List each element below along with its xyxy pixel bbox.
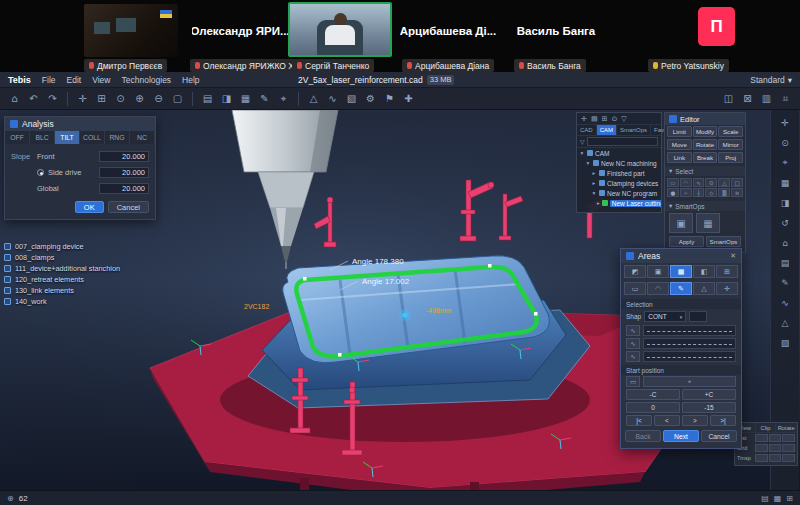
smartops-button[interactable]: SmartOps	[706, 236, 741, 247]
tab-blc[interactable]: BLC	[30, 131, 55, 144]
menu-technologies[interactable]: Technologies	[121, 75, 171, 85]
mirror-button[interactable]: Mirror	[718, 139, 743, 150]
filter-diamond-icon[interactable]: ◇	[705, 188, 717, 197]
menu-file[interactable]: File	[42, 75, 56, 85]
split-view-icon[interactable]: ◨	[218, 91, 235, 107]
filter-icon[interactable]: ▽	[621, 115, 626, 123]
link-button[interactable]: Link	[667, 152, 692, 163]
menu-view[interactable]: View	[92, 75, 110, 85]
hatch-icon[interactable]: ▧	[343, 91, 360, 107]
close-view-icon[interactable]: ⊠	[739, 91, 756, 107]
filter-curve-icon[interactable]: ∿	[693, 178, 705, 187]
move-icon[interactable]: ✛	[581, 115, 587, 123]
first-icon[interactable]: |<	[626, 415, 652, 426]
hash-grid-icon[interactable]: ⌗	[777, 91, 794, 107]
view-toggle[interactable]	[769, 444, 782, 452]
filter-rect-icon[interactable]: ▭	[667, 178, 679, 187]
cancel-button[interactable]: Cancel	[108, 201, 149, 213]
view-toggle[interactable]	[782, 454, 795, 462]
mode-region-icon[interactable]: ▣	[647, 265, 669, 278]
mesh-icon[interactable]: ▦	[237, 91, 254, 107]
tab-tilt[interactable]: TILT	[55, 131, 80, 144]
modify-button[interactable]: Modify	[693, 126, 718, 137]
front-value-field[interactable]: 20.000	[99, 151, 149, 162]
participant-video-dmytro[interactable]	[84, 4, 178, 57]
participant-avatar-petro[interactable]: П	[698, 7, 735, 46]
undo-icon[interactable]: ↶	[25, 91, 42, 107]
break-button[interactable]: Break	[693, 152, 718, 163]
tree-node-finished-part[interactable]: ▸Finished part	[577, 168, 661, 178]
list-item[interactable]: 140_work	[4, 297, 120, 306]
grid-icon[interactable]: ⊞	[93, 91, 110, 107]
flag-icon[interactable]: ⚑	[381, 91, 398, 107]
checkbox-icon[interactable]	[4, 254, 11, 261]
filter-wave-icon[interactable]: ≋	[731, 188, 743, 197]
tab-nc[interactable]: NC	[130, 131, 155, 144]
shape-option-box[interactable]	[689, 311, 707, 322]
checkbox-icon[interactable]	[4, 298, 11, 305]
zoom-icon[interactable]: ⊙	[112, 91, 129, 107]
tab-rng[interactable]: RNG	[105, 131, 130, 144]
contour-icon[interactable]: ∿	[626, 338, 640, 349]
filter-line-icon[interactable]: ─	[680, 188, 692, 197]
contour-field[interactable]	[643, 338, 736, 349]
prev-icon[interactable]: <	[654, 415, 680, 426]
filter-square-icon[interactable]: □	[731, 178, 743, 187]
tree-node-laser-job-selected[interactable]: ▸New Laser cutting NC Job	[577, 198, 661, 208]
edit-icon[interactable]: ✎	[776, 275, 794, 290]
home-icon[interactable]: ⌂	[776, 235, 794, 250]
mode-mesh-icon[interactable]: ▦	[670, 265, 692, 278]
search-icon[interactable]: ⊙	[611, 115, 617, 123]
project-button[interactable]: Proj	[718, 152, 743, 163]
ok-button[interactable]: OK	[75, 201, 104, 213]
scale-button[interactable]: Scale	[718, 126, 743, 137]
layers-icon[interactable]: ▤	[776, 255, 794, 270]
filter-arc-icon[interactable]: ◠	[680, 178, 692, 187]
filter-point-icon[interactable]: ●	[667, 188, 679, 197]
checkbox-icon[interactable]	[4, 287, 11, 294]
cancel-button[interactable]: Cancel	[701, 430, 737, 442]
plus-c-button[interactable]: +C	[682, 389, 736, 400]
expander-icon[interactable]: ▸	[591, 180, 597, 186]
mesh-icon[interactable]: ▦	[776, 175, 794, 190]
grid-icon[interactable]: ⊞	[602, 115, 608, 123]
next-button[interactable]: Next	[663, 430, 699, 442]
filter-cross-icon[interactable]: ┼	[693, 188, 705, 197]
curve-icon[interactable]: ∿	[776, 295, 794, 310]
participant-video-serhii-active[interactable]	[288, 2, 392, 57]
view-toggle[interactable]	[769, 434, 782, 442]
rotate-button[interactable]: Rotate	[693, 139, 718, 150]
last-icon[interactable]: >|	[710, 415, 736, 426]
list-icon[interactable]: ▤	[761, 494, 769, 503]
analysis-titlebar[interactable]: Analysis	[5, 117, 155, 131]
expander-icon[interactable]: ▾	[585, 160, 591, 166]
areas-titlebar[interactable]: Areas ✕	[621, 249, 741, 263]
filter-input[interactable]	[587, 137, 658, 146]
layers-icon[interactable]: ▤	[199, 91, 216, 107]
home-icon[interactable]: ⌂	[6, 91, 23, 107]
view-toggle[interactable]	[769, 454, 782, 462]
mode-arc-icon[interactable]: ◠	[647, 282, 669, 295]
expander-icon[interactable]: ▸	[597, 200, 600, 206]
zoom-icon[interactable]: ⊙	[776, 135, 794, 150]
expander-icon[interactable]: ▸	[591, 170, 597, 176]
zero-button[interactable]: 0	[626, 402, 680, 413]
mode-rect-icon[interactable]: ▭	[624, 282, 646, 295]
back-button[interactable]: Back	[625, 430, 661, 442]
list-icon[interactable]: ▤	[591, 115, 598, 123]
filter-shade-icon[interactable]: ▒	[718, 188, 730, 197]
move-icon[interactable]: ✛	[74, 91, 91, 107]
view-toggle[interactable]	[782, 434, 795, 442]
rotate-icon[interactable]: ↺	[776, 215, 794, 230]
add-icon[interactable]: ✚	[400, 91, 417, 107]
redo-icon[interactable]: ↷	[44, 91, 61, 107]
contour-icon[interactable]: ∿	[626, 325, 640, 336]
limit-button[interactable]: Limit	[667, 126, 692, 137]
smartops-section-header[interactable]: ▾ SmartOps	[665, 201, 745, 211]
hatch-icon[interactable]: ▧	[776, 335, 794, 350]
contour-field[interactable]	[643, 325, 736, 336]
mode-move-icon[interactable]: ✛	[716, 282, 738, 295]
crosshair-icon[interactable]: ⌖	[643, 376, 736, 387]
tab-rotate[interactable]: Rotate	[776, 423, 797, 432]
frame-icon[interactable]: ▢	[169, 91, 186, 107]
